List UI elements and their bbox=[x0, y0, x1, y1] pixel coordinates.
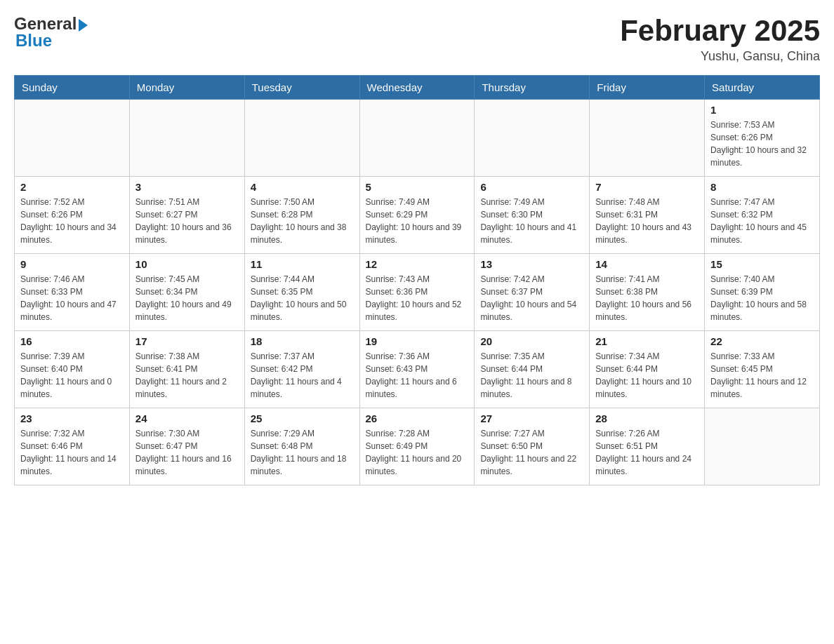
calendar-cell bbox=[244, 100, 359, 177]
day-number: 2 bbox=[20, 181, 124, 193]
calendar-cell: 23Sunrise: 7:32 AMSunset: 6:46 PMDayligh… bbox=[15, 408, 130, 485]
day-number: 26 bbox=[366, 412, 469, 424]
day-number: 1 bbox=[710, 104, 814, 116]
day-number: 14 bbox=[595, 258, 699, 270]
day-number: 18 bbox=[251, 335, 354, 347]
weekday-header-tuesday: Tuesday bbox=[244, 76, 359, 100]
week-row-2: 2Sunrise: 7:52 AMSunset: 6:26 PMDaylight… bbox=[15, 177, 820, 254]
weekday-header-saturday: Saturday bbox=[705, 76, 820, 100]
calendar-cell: 19Sunrise: 7:36 AMSunset: 6:43 PMDayligh… bbox=[359, 331, 475, 408]
calendar-cell bbox=[359, 100, 475, 177]
day-number: 17 bbox=[135, 335, 239, 347]
day-number: 20 bbox=[480, 335, 583, 347]
day-number: 27 bbox=[480, 412, 583, 424]
day-info: Sunrise: 7:30 AMSunset: 6:47 PMDaylight:… bbox=[135, 427, 239, 478]
day-info: Sunrise: 7:51 AMSunset: 6:27 PMDaylight:… bbox=[135, 196, 239, 246]
day-info: Sunrise: 7:49 AMSunset: 6:29 PMDaylight:… bbox=[366, 196, 469, 246]
calendar-cell: 6Sunrise: 7:49 AMSunset: 6:30 PMDaylight… bbox=[475, 177, 590, 254]
calendar-cell: 7Sunrise: 7:48 AMSunset: 6:31 PMDaylight… bbox=[590, 177, 705, 254]
day-info: Sunrise: 7:43 AMSunset: 6:36 PMDaylight:… bbox=[366, 273, 469, 323]
page-header: General Blue February 2025 Yushu, Gansu,… bbox=[14, 14, 820, 64]
logo-triangle-icon bbox=[79, 19, 88, 32]
calendar-cell: 3Sunrise: 7:51 AMSunset: 6:27 PMDaylight… bbox=[129, 177, 244, 254]
day-number: 5 bbox=[366, 181, 469, 193]
calendar-cell: 11Sunrise: 7:44 AMSunset: 6:35 PMDayligh… bbox=[244, 254, 359, 331]
calendar-cell: 4Sunrise: 7:50 AMSunset: 6:28 PMDaylight… bbox=[244, 177, 359, 254]
day-number: 4 bbox=[251, 181, 354, 193]
day-number: 16 bbox=[20, 335, 124, 347]
day-info: Sunrise: 7:46 AMSunset: 6:33 PMDaylight:… bbox=[20, 273, 124, 323]
day-info: Sunrise: 7:49 AMSunset: 6:30 PMDaylight:… bbox=[480, 196, 583, 246]
week-row-1: 1Sunrise: 7:53 AMSunset: 6:26 PMDaylight… bbox=[15, 100, 820, 177]
day-number: 28 bbox=[595, 412, 699, 424]
day-number: 8 bbox=[710, 181, 814, 193]
calendar-cell: 20Sunrise: 7:35 AMSunset: 6:44 PMDayligh… bbox=[475, 331, 590, 408]
day-info: Sunrise: 7:39 AMSunset: 6:40 PMDaylight:… bbox=[20, 350, 124, 401]
location: Yushu, Gansu, China bbox=[620, 49, 820, 64]
weekday-header-row: SundayMondayTuesdayWednesdayThursdayFrid… bbox=[15, 76, 820, 100]
calendar-cell: 14Sunrise: 7:41 AMSunset: 6:38 PMDayligh… bbox=[590, 254, 705, 331]
calendar-cell bbox=[705, 408, 820, 485]
calendar-cell: 15Sunrise: 7:40 AMSunset: 6:39 PMDayligh… bbox=[705, 254, 820, 331]
calendar-cell bbox=[15, 100, 130, 177]
calendar-cell: 17Sunrise: 7:38 AMSunset: 6:41 PMDayligh… bbox=[129, 331, 244, 408]
weekday-header-wednesday: Wednesday bbox=[359, 76, 475, 100]
day-number: 10 bbox=[135, 258, 239, 270]
day-info: Sunrise: 7:52 AMSunset: 6:26 PMDaylight:… bbox=[20, 196, 124, 246]
day-info: Sunrise: 7:32 AMSunset: 6:46 PMDaylight:… bbox=[20, 427, 124, 478]
day-info: Sunrise: 7:48 AMSunset: 6:31 PMDaylight:… bbox=[595, 196, 699, 246]
calendar-cell: 5Sunrise: 7:49 AMSunset: 6:29 PMDaylight… bbox=[359, 177, 475, 254]
day-number: 7 bbox=[595, 181, 699, 193]
day-number: 9 bbox=[20, 258, 124, 270]
calendar-cell: 2Sunrise: 7:52 AMSunset: 6:26 PMDaylight… bbox=[15, 177, 130, 254]
month-title: February 2025 bbox=[620, 14, 820, 48]
day-info: Sunrise: 7:42 AMSunset: 6:37 PMDaylight:… bbox=[480, 273, 583, 323]
day-number: 6 bbox=[480, 181, 583, 193]
weekday-header-thursday: Thursday bbox=[475, 76, 590, 100]
day-info: Sunrise: 7:40 AMSunset: 6:39 PMDaylight:… bbox=[710, 273, 814, 323]
calendar-cell: 24Sunrise: 7:30 AMSunset: 6:47 PMDayligh… bbox=[129, 408, 244, 485]
day-info: Sunrise: 7:26 AMSunset: 6:51 PMDaylight:… bbox=[595, 427, 699, 478]
day-number: 15 bbox=[710, 258, 814, 270]
calendar-cell: 25Sunrise: 7:29 AMSunset: 6:48 PMDayligh… bbox=[244, 408, 359, 485]
day-info: Sunrise: 7:33 AMSunset: 6:45 PMDaylight:… bbox=[710, 350, 814, 401]
day-info: Sunrise: 7:44 AMSunset: 6:35 PMDaylight:… bbox=[251, 273, 354, 323]
day-number: 12 bbox=[366, 258, 469, 270]
logo: General Blue bbox=[14, 14, 88, 51]
day-info: Sunrise: 7:27 AMSunset: 6:50 PMDaylight:… bbox=[480, 427, 583, 478]
day-info: Sunrise: 7:50 AMSunset: 6:28 PMDaylight:… bbox=[251, 196, 354, 246]
day-info: Sunrise: 7:29 AMSunset: 6:48 PMDaylight:… bbox=[251, 427, 354, 478]
calendar-cell: 28Sunrise: 7:26 AMSunset: 6:51 PMDayligh… bbox=[590, 408, 705, 485]
weekday-header-friday: Friday bbox=[590, 76, 705, 100]
calendar-cell: 13Sunrise: 7:42 AMSunset: 6:37 PMDayligh… bbox=[475, 254, 590, 331]
day-info: Sunrise: 7:53 AMSunset: 6:26 PMDaylight:… bbox=[710, 119, 814, 169]
logo-blue-text: Blue bbox=[15, 31, 52, 51]
day-number: 23 bbox=[20, 412, 124, 424]
calendar-cell: 8Sunrise: 7:47 AMSunset: 6:32 PMDaylight… bbox=[705, 177, 820, 254]
day-info: Sunrise: 7:37 AMSunset: 6:42 PMDaylight:… bbox=[251, 350, 354, 401]
calendar-cell: 10Sunrise: 7:45 AMSunset: 6:34 PMDayligh… bbox=[129, 254, 244, 331]
weekday-header-monday: Monday bbox=[129, 76, 244, 100]
calendar-cell: 1Sunrise: 7:53 AMSunset: 6:26 PMDaylight… bbox=[705, 100, 820, 177]
day-number: 22 bbox=[710, 335, 814, 347]
day-info: Sunrise: 7:36 AMSunset: 6:43 PMDaylight:… bbox=[366, 350, 469, 401]
day-number: 25 bbox=[251, 412, 354, 424]
day-number: 13 bbox=[480, 258, 583, 270]
calendar-cell: 26Sunrise: 7:28 AMSunset: 6:49 PMDayligh… bbox=[359, 408, 475, 485]
calendar-table: SundayMondayTuesdayWednesdayThursdayFrid… bbox=[14, 75, 820, 485]
day-info: Sunrise: 7:34 AMSunset: 6:44 PMDaylight:… bbox=[595, 350, 699, 401]
calendar-cell: 21Sunrise: 7:34 AMSunset: 6:44 PMDayligh… bbox=[590, 331, 705, 408]
day-info: Sunrise: 7:41 AMSunset: 6:38 PMDaylight:… bbox=[595, 273, 699, 323]
day-number: 19 bbox=[366, 335, 469, 347]
calendar-cell: 12Sunrise: 7:43 AMSunset: 6:36 PMDayligh… bbox=[359, 254, 475, 331]
calendar-cell bbox=[129, 100, 244, 177]
week-row-3: 9Sunrise: 7:46 AMSunset: 6:33 PMDaylight… bbox=[15, 254, 820, 331]
week-row-5: 23Sunrise: 7:32 AMSunset: 6:46 PMDayligh… bbox=[15, 408, 820, 485]
day-info: Sunrise: 7:35 AMSunset: 6:44 PMDaylight:… bbox=[480, 350, 583, 401]
day-number: 24 bbox=[135, 412, 239, 424]
title-block: February 2025 Yushu, Gansu, China bbox=[620, 14, 820, 64]
weekday-header-sunday: Sunday bbox=[15, 76, 130, 100]
day-number: 11 bbox=[251, 258, 354, 270]
calendar-cell bbox=[475, 100, 590, 177]
calendar-cell bbox=[590, 100, 705, 177]
